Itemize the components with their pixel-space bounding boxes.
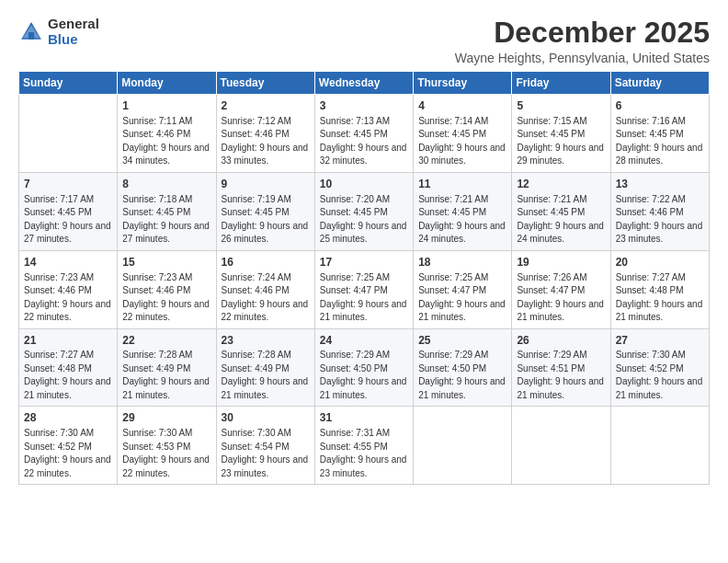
calendar-cell: 18Sunrise: 7:25 AMSunset: 4:47 PMDayligh… [414, 250, 512, 328]
cell-info: Sunrise: 7:30 AMSunset: 4:52 PMDaylight:… [616, 349, 704, 402]
cell-day-number: 18 [418, 255, 506, 270]
calendar-cell: 23Sunrise: 7:28 AMSunset: 4:49 PMDayligh… [216, 328, 314, 407]
calendar-cell: 10Sunrise: 7:20 AMSunset: 4:45 PMDayligh… [314, 172, 413, 250]
calendar-cell [414, 407, 512, 485]
calendar-cell: 20Sunrise: 7:27 AMSunset: 4:48 PMDayligh… [610, 250, 709, 328]
cell-day-number: 24 [320, 333, 408, 349]
col-header-saturday: Saturday [610, 72, 709, 95]
page: General Blue December 2025 Wayne Heights… [0, 0, 728, 563]
cell-info: Sunrise: 7:30 AMSunset: 4:52 PMDaylight:… [24, 427, 112, 480]
cell-info: Sunrise: 7:24 AMSunset: 4:46 PMDaylight:… [222, 271, 310, 325]
logo-icon [18, 19, 44, 45]
cell-day-number: 23 [222, 333, 310, 349]
cell-day-number: 14 [24, 255, 112, 270]
calendar-cell: 3Sunrise: 7:13 AMSunset: 4:45 PMDaylight… [314, 95, 413, 173]
calendar-cell: 22Sunrise: 7:28 AMSunset: 4:49 PMDayligh… [118, 328, 216, 407]
cell-info: Sunrise: 7:14 AMSunset: 4:45 PMDaylight:… [418, 115, 506, 168]
cell-info: Sunrise: 7:30 AMSunset: 4:53 PMDaylight:… [122, 427, 210, 480]
logo-text: General Blue [48, 17, 99, 47]
cell-day-number: 19 [517, 255, 605, 270]
cell-day-number: 17 [320, 255, 408, 270]
cell-info: Sunrise: 7:29 AMSunset: 4:50 PMDaylight:… [418, 349, 506, 402]
calendar-cell: 25Sunrise: 7:29 AMSunset: 4:50 PMDayligh… [414, 328, 512, 407]
cell-day-number: 1 [122, 98, 210, 114]
cell-day-number: 2 [222, 98, 310, 114]
cell-day-number: 27 [616, 333, 704, 349]
cell-day-number: 16 [222, 255, 310, 270]
calendar-cell: 8Sunrise: 7:18 AMSunset: 4:45 PMDaylight… [118, 172, 216, 250]
month-title: December 2025 [455, 17, 710, 49]
calendar-cell: 5Sunrise: 7:15 AMSunset: 4:45 PMDaylight… [512, 95, 610, 173]
calendar-cell [19, 95, 118, 173]
calendar-week-row: 28Sunrise: 7:30 AMSunset: 4:52 PMDayligh… [19, 407, 710, 485]
cell-day-number: 11 [418, 177, 506, 192]
cell-info: Sunrise: 7:11 AMSunset: 4:46 PMDaylight:… [122, 115, 210, 168]
calendar-week-row: 7Sunrise: 7:17 AMSunset: 4:45 PMDaylight… [19, 172, 710, 250]
calendar-cell: 6Sunrise: 7:16 AMSunset: 4:45 PMDaylight… [610, 95, 709, 173]
cell-day-number: 5 [517, 98, 605, 114]
cell-day-number: 7 [24, 177, 112, 192]
cell-info: Sunrise: 7:25 AMSunset: 4:47 PMDaylight:… [320, 271, 408, 325]
cell-day-number: 13 [616, 177, 704, 192]
cell-info: Sunrise: 7:25 AMSunset: 4:47 PMDaylight:… [418, 271, 506, 325]
cell-day-number: 6 [616, 98, 704, 114]
calendar-cell: 11Sunrise: 7:21 AMSunset: 4:45 PMDayligh… [414, 172, 512, 250]
calendar-cell: 15Sunrise: 7:23 AMSunset: 4:46 PMDayligh… [118, 250, 216, 328]
calendar-cell: 14Sunrise: 7:23 AMSunset: 4:46 PMDayligh… [19, 250, 118, 328]
cell-day-number: 4 [418, 98, 506, 114]
cell-day-number: 26 [517, 333, 605, 349]
cell-info: Sunrise: 7:17 AMSunset: 4:45 PMDaylight:… [24, 193, 112, 247]
calendar-cell: 16Sunrise: 7:24 AMSunset: 4:46 PMDayligh… [216, 250, 314, 328]
cell-day-number: 28 [24, 410, 112, 426]
calendar-cell [610, 407, 709, 485]
calendar-cell: 1Sunrise: 7:11 AMSunset: 4:46 PMDaylight… [118, 95, 216, 173]
cell-day-number: 15 [122, 255, 210, 270]
location-title: Wayne Heights, Pennsylvania, United Stat… [455, 51, 710, 65]
calendar-cell: 31Sunrise: 7:31 AMSunset: 4:55 PMDayligh… [314, 407, 413, 485]
calendar-cell: 4Sunrise: 7:14 AMSunset: 4:45 PMDaylight… [414, 95, 512, 173]
col-header-tuesday: Tuesday [216, 72, 314, 95]
cell-day-number: 29 [122, 410, 210, 426]
calendar-week-row: 14Sunrise: 7:23 AMSunset: 4:46 PMDayligh… [19, 250, 710, 328]
cell-day-number: 22 [122, 333, 210, 349]
cell-info: Sunrise: 7:27 AMSunset: 4:48 PMDaylight:… [24, 349, 112, 402]
cell-info: Sunrise: 7:29 AMSunset: 4:51 PMDaylight:… [517, 349, 605, 402]
cell-day-number: 21 [24, 333, 112, 349]
logo-general-text: General [48, 17, 99, 32]
cell-info: Sunrise: 7:31 AMSunset: 4:55 PMDaylight:… [320, 427, 408, 480]
cell-info: Sunrise: 7:22 AMSunset: 4:46 PMDaylight:… [616, 193, 704, 247]
calendar-cell: 27Sunrise: 7:30 AMSunset: 4:52 PMDayligh… [610, 328, 709, 407]
cell-info: Sunrise: 7:15 AMSunset: 4:45 PMDaylight:… [517, 115, 605, 168]
logo-blue-text: Blue [48, 32, 99, 48]
cell-info: Sunrise: 7:23 AMSunset: 4:46 PMDaylight:… [122, 271, 210, 325]
calendar-cell: 28Sunrise: 7:30 AMSunset: 4:52 PMDayligh… [19, 407, 118, 485]
cell-info: Sunrise: 7:19 AMSunset: 4:45 PMDaylight:… [222, 193, 310, 247]
cell-info: Sunrise: 7:30 AMSunset: 4:54 PMDaylight:… [222, 427, 310, 480]
calendar-cell: 2Sunrise: 7:12 AMSunset: 4:46 PMDaylight… [216, 95, 314, 173]
cell-info: Sunrise: 7:21 AMSunset: 4:45 PMDaylight:… [418, 193, 506, 247]
calendar-cell: 12Sunrise: 7:21 AMSunset: 4:45 PMDayligh… [512, 172, 610, 250]
cell-info: Sunrise: 7:13 AMSunset: 4:45 PMDaylight:… [320, 115, 408, 168]
calendar-cell: 26Sunrise: 7:29 AMSunset: 4:51 PMDayligh… [512, 328, 610, 407]
calendar-cell: 9Sunrise: 7:19 AMSunset: 4:45 PMDaylight… [216, 172, 314, 250]
calendar-cell: 24Sunrise: 7:29 AMSunset: 4:50 PMDayligh… [314, 328, 413, 407]
calendar-cell: 17Sunrise: 7:25 AMSunset: 4:47 PMDayligh… [314, 250, 413, 328]
calendar-header-row: SundayMondayTuesdayWednesdayThursdayFrid… [19, 72, 710, 95]
cell-day-number: 20 [616, 255, 704, 270]
cell-day-number: 30 [222, 410, 310, 426]
calendar-cell: 7Sunrise: 7:17 AMSunset: 4:45 PMDaylight… [19, 172, 118, 250]
calendar-table: SundayMondayTuesdayWednesdayThursdayFrid… [18, 71, 710, 485]
svg-rect-2 [28, 32, 34, 40]
col-header-friday: Friday [512, 72, 610, 95]
calendar-cell [512, 407, 610, 485]
cell-info: Sunrise: 7:29 AMSunset: 4:50 PMDaylight:… [320, 349, 408, 402]
cell-info: Sunrise: 7:12 AMSunset: 4:46 PMDaylight:… [222, 115, 310, 168]
calendar-cell: 13Sunrise: 7:22 AMSunset: 4:46 PMDayligh… [610, 172, 709, 250]
col-header-wednesday: Wednesday [314, 72, 413, 95]
cell-day-number: 12 [517, 177, 605, 192]
calendar-week-row: 1Sunrise: 7:11 AMSunset: 4:46 PMDaylight… [19, 95, 710, 173]
cell-day-number: 9 [222, 177, 310, 192]
calendar-cell: 21Sunrise: 7:27 AMSunset: 4:48 PMDayligh… [19, 328, 118, 407]
col-header-thursday: Thursday [414, 72, 512, 95]
cell-info: Sunrise: 7:20 AMSunset: 4:45 PMDaylight:… [320, 193, 408, 247]
